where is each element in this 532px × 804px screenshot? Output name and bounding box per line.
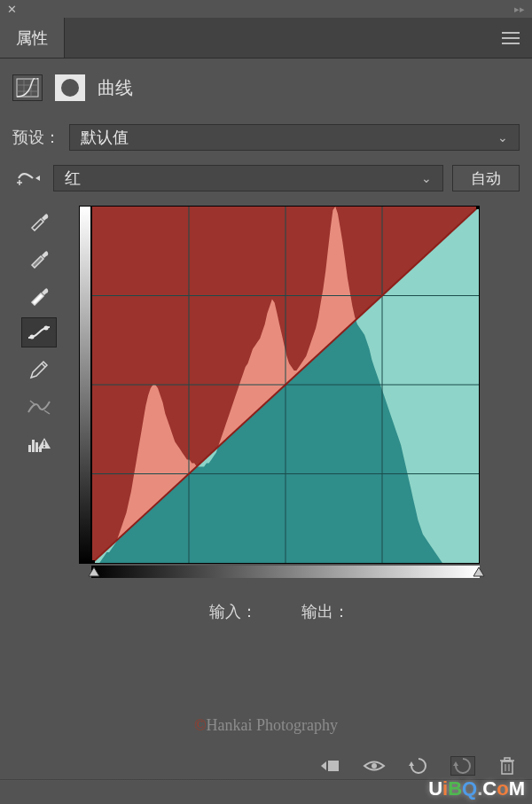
svg-line-12 (30, 401, 35, 405)
reset-previous-icon[interactable] (406, 756, 431, 776)
panel-menu-icon[interactable] (489, 18, 532, 58)
preset-label: 预设： (12, 127, 60, 148)
channel-select[interactable]: 红 ⌄ (53, 165, 443, 191)
layer-mask-icon (55, 74, 85, 101)
svg-point-39 (372, 763, 377, 769)
input-gradient (91, 566, 480, 578)
svg-rect-34 (476, 207, 479, 209)
tab-properties[interactable]: 属性 (0, 18, 65, 58)
reset-default-icon[interactable] (450, 756, 475, 776)
svg-marker-8 (35, 176, 40, 181)
clip-to-layer-icon[interactable] (317, 756, 342, 776)
svg-marker-41 (453, 761, 458, 766)
preset-value: 默认值 (81, 127, 129, 148)
input-label: 输入： (209, 601, 257, 622)
black-point-slider[interactable] (88, 566, 100, 578)
svg-rect-16 (35, 442, 38, 452)
svg-rect-42 (502, 761, 512, 774)
svg-rect-15 (32, 440, 35, 452)
uibq-watermark: UiBQ.CoM (428, 777, 525, 800)
svg-marker-36 (473, 567, 484, 576)
svg-marker-40 (409, 761, 414, 766)
output-gradient (79, 206, 91, 564)
output-label: 输出： (301, 601, 349, 622)
close-icon[interactable]: ✕ (7, 3, 17, 16)
pencil-tool-icon[interactable] (21, 355, 57, 385)
smooth-tool-icon[interactable] (21, 392, 57, 422)
auto-label: 自动 (471, 168, 501, 189)
curves-chart[interactable] (91, 206, 480, 564)
chevron-down-icon: ⌄ (421, 171, 432, 185)
svg-line-11 (42, 363, 45, 367)
eyedropper-black-icon[interactable] (21, 206, 57, 236)
svg-rect-38 (328, 761, 339, 771)
eyedropper-gray-icon[interactable] (21, 243, 57, 273)
collapse-icon[interactable]: ▸▸ (514, 4, 525, 15)
channel-value: 红 (65, 168, 81, 189)
svg-rect-14 (28, 445, 31, 452)
preset-select[interactable]: 默认值 ⌄ (69, 124, 520, 151)
eyedropper-white-icon[interactable] (21, 280, 57, 310)
white-point-slider[interactable] (473, 566, 485, 578)
targeted-adjustment-icon[interactable] (12, 168, 44, 188)
curves-adjustment-icon (12, 74, 43, 101)
svg-point-9 (30, 335, 35, 340)
auto-button[interactable]: 自动 (452, 165, 520, 191)
svg-point-19 (43, 446, 45, 448)
tab-label: 属性 (16, 27, 48, 49)
watermark: ©Hankai Photography (0, 716, 532, 735)
svg-rect-33 (92, 560, 95, 563)
tabbar-filler (65, 18, 489, 58)
panel-title: 曲线 (98, 76, 133, 100)
trash-icon[interactable] (495, 756, 520, 776)
clip-warning-icon[interactable] (21, 429, 57, 459)
svg-line-13 (44, 410, 50, 414)
svg-rect-44 (505, 758, 510, 761)
toggle-visibility-icon[interactable] (362, 756, 387, 776)
svg-point-10 (44, 326, 49, 331)
curve-point-tool-icon[interactable] (21, 317, 57, 347)
svg-marker-37 (321, 761, 326, 770)
svg-rect-3 (17, 79, 38, 97)
chevron-down-icon: ⌄ (497, 130, 508, 144)
svg-marker-35 (89, 567, 99, 576)
